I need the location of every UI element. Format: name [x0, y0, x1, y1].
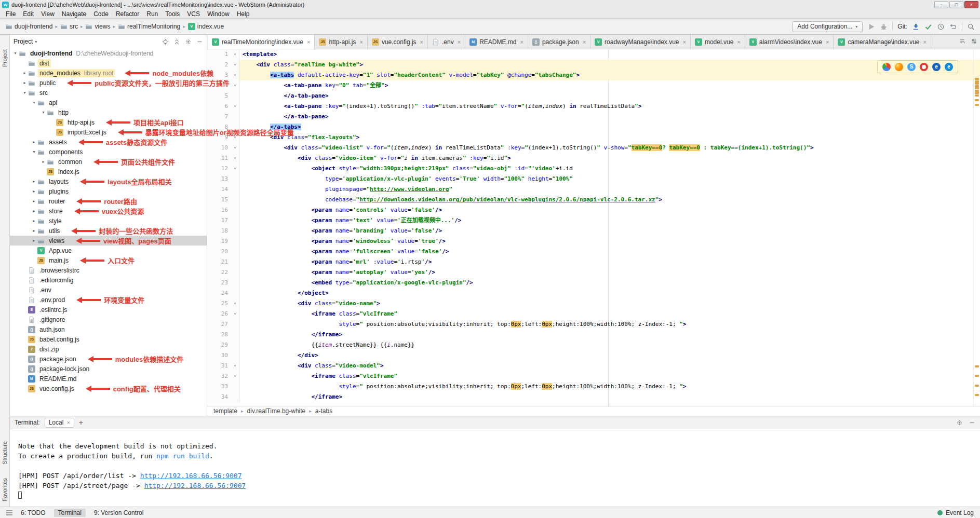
opera-browser-icon[interactable] [920, 63, 928, 71]
code-text[interactable]: <param name='branding' value='false'/> [239, 226, 980, 236]
tool-windows-icon[interactable] [6, 510, 12, 515]
warning-stripe-mark[interactable] [975, 92, 979, 94]
fold-arrow-icon[interactable]: ▾ [231, 361, 239, 371]
line-number[interactable]: 34 [207, 392, 231, 402]
editor-breadcrumb-template[interactable]: template [213, 407, 237, 415]
breadcrumb-duoji-frontend[interactable]: duoji-frontend [5, 23, 52, 30]
code-line-20[interactable]: 20 <param name='fullscreen' value='false… [207, 247, 980, 257]
fold-arrow-icon[interactable]: ▾ [231, 70, 239, 80]
ie-browser-icon[interactable]: e [932, 63, 941, 71]
line-number[interactable]: 28 [207, 330, 231, 340]
code-text[interactable]: <a-tab-pane key="0" tab="全部"> [239, 80, 980, 91]
gutter[interactable]: 14 [207, 184, 239, 195]
line-number[interactable]: 15 [207, 195, 231, 205]
code-line-13[interactable]: 13 type='application/x-vlc-plugin' event… [207, 174, 980, 184]
line-number[interactable]: 18 [207, 226, 231, 236]
add-configuration-button[interactable]: Add Configuration...▾ [792, 21, 863, 32]
tree-item-common[interactable]: ▸common页面公共组件文件 [10, 157, 207, 167]
tree-item-dist-zip[interactable]: Zdist.zip [10, 344, 207, 354]
statusbar-9-version-control[interactable]: 9: Version Control [94, 509, 143, 516]
code-text[interactable]: <a-tab-pane :key="(index+1).toString()" … [239, 101, 980, 112]
menu-view[interactable]: View [37, 10, 58, 18]
chevron-right-icon[interactable]: ▸ [31, 209, 37, 213]
code-line-9[interactable]: 9▾ <div class="flex-layouts"> [207, 132, 980, 143]
gutter[interactable]: 18 [207, 226, 239, 236]
code-text[interactable]: <div class="realTime bg-white"> [239, 60, 980, 70]
menu-run[interactable]: Run [143, 10, 162, 18]
minimize-button[interactable]: − [934, 1, 948, 8]
fold-arrow-icon[interactable]: ▾ [231, 80, 239, 91]
line-number[interactable]: 21 [207, 257, 231, 267]
code-line-25[interactable]: 25▾ <div class="video-name"> [207, 298, 980, 309]
gutter[interactable]: 31▾ [207, 361, 239, 371]
chevron-right-icon[interactable]: ▸ [31, 140, 37, 144]
code-line-26[interactable]: 26▾ <iframe class="vlcIframe" [207, 309, 980, 319]
menu-vcs[interactable]: VCS [183, 10, 204, 18]
line-number[interactable]: 5 [207, 91, 231, 101]
gutter[interactable]: 13 [207, 174, 239, 184]
tree-item-duoji-frontend[interactable]: ▾duoji-frontendD:\zheheWeb\duoji-fronten… [10, 48, 207, 58]
fold-arrow-icon[interactable]: ▾ [231, 153, 239, 163]
code-line-18[interactable]: 18 <param name='branding' value='false'/… [207, 226, 980, 236]
gutter[interactable]: 32▾ [207, 371, 239, 381]
line-number[interactable]: 1 [207, 49, 231, 60]
fold-arrow-icon[interactable]: ▾ [231, 371, 239, 381]
gutter[interactable]: 26▾ [207, 309, 239, 319]
code-line-27[interactable]: 27 style=" position:absolute;visibility:… [207, 319, 980, 330]
chevron-right-icon[interactable]: ▸ [31, 238, 37, 243]
project-panel-title[interactable]: Project [14, 38, 33, 45]
editor-tab-roadwaymanage-index-vue[interactable]: VroadwayManage\index.vue× [590, 35, 691, 49]
code-text[interactable]: <param name='controls' value='false'/> [239, 205, 980, 215]
line-number[interactable]: 32 [207, 371, 231, 381]
code-line-16[interactable]: 16 <param name='controls' value='false'/… [207, 205, 980, 215]
warning-stripe-mark[interactable] [975, 394, 979, 396]
code-line-2[interactable]: 2▾ <div class="realTime bg-white"> [207, 60, 980, 70]
close-tab-icon[interactable]: × [583, 39, 586, 45]
close-tab-icon[interactable]: × [458, 39, 461, 45]
git-update-icon[interactable] [912, 23, 920, 31]
git-commit-icon[interactable] [924, 23, 932, 31]
gutter[interactable]: 29 [207, 340, 239, 350]
line-number[interactable]: 24 [207, 288, 231, 298]
gutter[interactable]: 1▾ [207, 49, 239, 60]
tree-item-components[interactable]: ▾components [10, 147, 207, 157]
line-number[interactable]: 20 [207, 247, 231, 257]
fold-arrow-icon[interactable]: ▾ [231, 60, 239, 70]
close-tab-icon[interactable]: × [420, 39, 423, 45]
code-text[interactable]: </a-tab-pane> [239, 112, 980, 122]
fold-arrow-icon[interactable]: ▾ [231, 309, 239, 319]
code-line-32[interactable]: 32▾ <iframe class="vlcIframe" [207, 371, 980, 381]
warning-stripe-mark[interactable] [975, 83, 979, 85]
editor-tab-http-api-js[interactable]: JShttp-api.js× [315, 35, 367, 49]
warning-stripe-mark[interactable] [975, 385, 979, 387]
editor-tab-readme-md[interactable]: MREADME.md× [465, 35, 528, 49]
code-line-3[interactable]: 3▾ <a-tabs default-active-key="1" slot="… [207, 70, 980, 80]
maximize-button[interactable]: □ [949, 1, 963, 8]
breadcrumb-realtimemonitoring[interactable]: realTimeMonitoring [118, 23, 180, 30]
line-number[interactable]: 29 [207, 340, 231, 350]
run-icon[interactable] [867, 23, 875, 31]
terminal-link[interactable]: http://192.168.66.56:9007 [140, 472, 242, 480]
code-text[interactable]: <div class="video-item" v-for="i in item… [239, 153, 980, 163]
code-line-23[interactable]: 23 <embed type="application/x-google-vlc… [207, 278, 980, 288]
tree-item-node-modules[interactable]: ▸node_moduleslibrary rootnode_modules依赖 [10, 68, 207, 78]
code-text[interactable]: <param name='text' value='正在加载视频中...'/> [239, 215, 980, 226]
chevron-right-icon[interactable]: ▸ [31, 228, 37, 233]
line-number[interactable]: 27 [207, 319, 231, 330]
code-text[interactable]: style=" position:absolute;visibility:inh… [239, 381, 980, 392]
code-text[interactable]: </object> [239, 288, 980, 298]
close-tab-icon[interactable]: × [826, 39, 829, 45]
firefox-browser-icon[interactable] [895, 63, 903, 71]
warning-stripe-mark[interactable] [975, 87, 979, 89]
code-line-8[interactable]: 8 </a-tabs> [207, 122, 980, 132]
code-line-12[interactable]: 12▾ <object style="width:390px;height:21… [207, 163, 980, 174]
gutter[interactable]: 5 [207, 91, 239, 101]
line-number[interactable]: 16 [207, 205, 231, 215]
chevron-right-icon[interactable]: ▸ [40, 159, 47, 164]
chevron-right-icon[interactable]: ▸ [31, 189, 37, 194]
gutter[interactable]: 23 [207, 278, 239, 288]
settings-gear-icon[interactable] [956, 419, 963, 426]
hide-panel-icon[interactable] [196, 38, 203, 45]
code-text[interactable]: codebase="http://downloads.videolan.org/… [239, 195, 980, 205]
code-text[interactable]: <param name='autoplay' value='yes'/> [239, 267, 980, 278]
